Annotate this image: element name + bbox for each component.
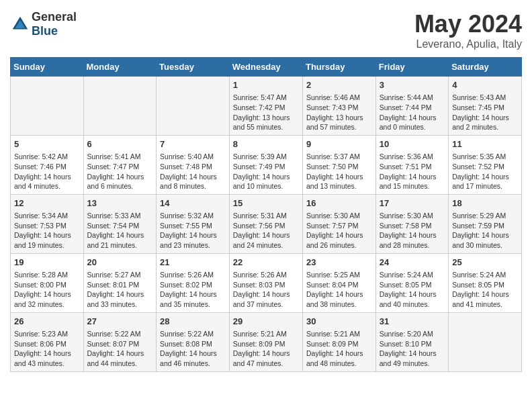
day-number: 13 <box>87 197 153 210</box>
day-number: 30 <box>306 316 372 328</box>
calendar-cell: 24Sunrise: 5:24 AM Sunset: 8:05 PM Dayli… <box>375 253 448 312</box>
calendar-header-cell: Monday <box>83 58 157 77</box>
calendar-cell <box>449 312 522 371</box>
calendar-cell: 3Sunrise: 5:44 AM Sunset: 7:44 PM Daylig… <box>375 77 448 136</box>
calendar-cell: 31Sunrise: 5:20 AM Sunset: 8:10 PM Dayli… <box>375 312 448 371</box>
calendar-cell: 26Sunrise: 5:23 AM Sunset: 8:06 PM Dayli… <box>11 312 84 371</box>
calendar-header-cell: Tuesday <box>157 58 230 77</box>
day-info: Sunrise: 5:41 AM Sunset: 7:47 PM Dayligh… <box>87 152 153 191</box>
day-info: Sunrise: 5:33 AM Sunset: 7:54 PM Dayligh… <box>87 211 153 250</box>
day-number: 26 <box>14 316 80 328</box>
main-title: May 2024 <box>414 10 522 38</box>
day-number: 14 <box>160 197 226 210</box>
calendar-week-row: 26Sunrise: 5:23 AM Sunset: 8:06 PM Dayli… <box>11 312 522 371</box>
day-number: 21 <box>160 257 226 269</box>
calendar-header-cell: Thursday <box>302 58 375 77</box>
day-number: 4 <box>452 79 518 91</box>
day-info: Sunrise: 5:24 AM Sunset: 8:05 PM Dayligh… <box>380 270 445 310</box>
day-info: Sunrise: 5:37 AM Sunset: 7:50 PM Dayligh… <box>306 152 372 191</box>
day-number: 7 <box>160 138 226 150</box>
logo-text-general: General <box>32 10 77 24</box>
calendar-cell: 1Sunrise: 5:47 AM Sunset: 7:42 PM Daylig… <box>229 77 302 136</box>
calendar-cell: 10Sunrise: 5:36 AM Sunset: 7:51 PM Dayli… <box>375 135 448 194</box>
calendar-cell <box>11 77 84 136</box>
day-info: Sunrise: 5:23 AM Sunset: 8:06 PM Dayligh… <box>14 329 80 369</box>
day-info: Sunrise: 5:24 AM Sunset: 8:05 PM Dayligh… <box>452 270 518 310</box>
calendar-cell: 20Sunrise: 5:27 AM Sunset: 8:01 PM Dayli… <box>83 253 157 312</box>
day-number: 19 <box>14 257 80 269</box>
day-info: Sunrise: 5:34 AM Sunset: 7:53 PM Dayligh… <box>14 211 80 250</box>
day-number: 2 <box>306 79 372 91</box>
day-number: 18 <box>452 197 518 210</box>
day-number: 3 <box>380 79 445 91</box>
logo-icon <box>10 14 30 34</box>
day-info: Sunrise: 5:32 AM Sunset: 7:55 PM Dayligh… <box>160 211 226 250</box>
day-info: Sunrise: 5:30 AM Sunset: 7:57 PM Dayligh… <box>306 211 372 250</box>
calendar-cell: 14Sunrise: 5:32 AM Sunset: 7:55 PM Dayli… <box>157 194 230 253</box>
calendar-cell: 27Sunrise: 5:22 AM Sunset: 8:07 PM Dayli… <box>83 312 157 371</box>
calendar-cell: 4Sunrise: 5:43 AM Sunset: 7:45 PM Daylig… <box>449 77 522 136</box>
calendar-body: 1Sunrise: 5:47 AM Sunset: 7:42 PM Daylig… <box>11 77 522 372</box>
calendar-cell: 18Sunrise: 5:29 AM Sunset: 7:59 PM Dayli… <box>449 194 522 253</box>
logo-text-blue: Blue <box>32 24 58 38</box>
day-info: Sunrise: 5:28 AM Sunset: 8:00 PM Dayligh… <box>14 270 80 310</box>
day-info: Sunrise: 5:29 AM Sunset: 7:59 PM Dayligh… <box>452 211 518 250</box>
day-info: Sunrise: 5:31 AM Sunset: 7:56 PM Dayligh… <box>233 211 299 250</box>
day-info: Sunrise: 5:25 AM Sunset: 8:04 PM Dayligh… <box>306 270 372 310</box>
calendar-cell <box>83 77 157 136</box>
day-number: 6 <box>87 138 153 150</box>
day-info: Sunrise: 5:22 AM Sunset: 8:08 PM Dayligh… <box>160 329 226 369</box>
day-info: Sunrise: 5:43 AM Sunset: 7:45 PM Dayligh… <box>452 93 518 132</box>
calendar-cell: 7Sunrise: 5:40 AM Sunset: 7:48 PM Daylig… <box>157 135 230 194</box>
day-info: Sunrise: 5:21 AM Sunset: 8:09 PM Dayligh… <box>306 329 372 369</box>
day-info: Sunrise: 5:20 AM Sunset: 8:10 PM Dayligh… <box>380 329 445 369</box>
calendar-cell: 23Sunrise: 5:25 AM Sunset: 8:04 PM Dayli… <box>302 253 375 312</box>
calendar-header-cell: Saturday <box>449 58 522 77</box>
day-info: Sunrise: 5:47 AM Sunset: 7:42 PM Dayligh… <box>233 93 299 132</box>
calendar-table: SundayMondayTuesdayWednesdayThursdayFrid… <box>10 57 522 372</box>
calendar-cell: 13Sunrise: 5:33 AM Sunset: 7:54 PM Dayli… <box>83 194 157 253</box>
calendar-header-cell: Sunday <box>11 58 84 77</box>
day-info: Sunrise: 5:46 AM Sunset: 7:43 PM Dayligh… <box>306 93 372 132</box>
calendar-cell: 2Sunrise: 5:46 AM Sunset: 7:43 PM Daylig… <box>302 77 375 136</box>
day-info: Sunrise: 5:44 AM Sunset: 7:44 PM Dayligh… <box>380 93 445 132</box>
day-number: 8 <box>233 138 299 150</box>
calendar-week-row: 5Sunrise: 5:42 AM Sunset: 7:46 PM Daylig… <box>11 135 522 194</box>
day-number: 9 <box>306 138 372 150</box>
calendar-header-row: SundayMondayTuesdayWednesdayThursdayFrid… <box>11 58 522 77</box>
day-number: 12 <box>14 197 80 210</box>
calendar-cell: 29Sunrise: 5:21 AM Sunset: 8:09 PM Dayli… <box>229 312 302 371</box>
day-number: 23 <box>306 257 372 269</box>
day-info: Sunrise: 5:36 AM Sunset: 7:51 PM Dayligh… <box>380 152 445 191</box>
calendar-cell: 12Sunrise: 5:34 AM Sunset: 7:53 PM Dayli… <box>11 194 84 253</box>
calendar-cell: 11Sunrise: 5:35 AM Sunset: 7:52 PM Dayli… <box>449 135 522 194</box>
day-info: Sunrise: 5:35 AM Sunset: 7:52 PM Dayligh… <box>452 152 518 191</box>
day-number: 16 <box>306 197 372 210</box>
title-block: May 2024 Leverano, Apulia, Italy <box>414 10 522 50</box>
day-info: Sunrise: 5:42 AM Sunset: 7:46 PM Dayligh… <box>14 152 80 191</box>
calendar-header-cell: Wednesday <box>229 58 302 77</box>
calendar-cell: 16Sunrise: 5:30 AM Sunset: 7:57 PM Dayli… <box>302 194 375 253</box>
calendar-cell: 6Sunrise: 5:41 AM Sunset: 7:47 PM Daylig… <box>83 135 157 194</box>
day-info: Sunrise: 5:26 AM Sunset: 8:03 PM Dayligh… <box>233 270 299 310</box>
page-header: General Blue May 2024 Leverano, Apulia, … <box>10 10 522 50</box>
calendar-cell: 21Sunrise: 5:26 AM Sunset: 8:02 PM Dayli… <box>157 253 230 312</box>
day-number: 25 <box>452 257 518 269</box>
day-number: 27 <box>87 316 153 328</box>
day-info: Sunrise: 5:26 AM Sunset: 8:02 PM Dayligh… <box>160 270 226 310</box>
day-number: 20 <box>87 257 153 269</box>
calendar-cell: 17Sunrise: 5:30 AM Sunset: 7:58 PM Dayli… <box>375 194 448 253</box>
day-number: 22 <box>233 257 299 269</box>
day-number: 5 <box>14 138 80 150</box>
calendar-cell: 5Sunrise: 5:42 AM Sunset: 7:46 PM Daylig… <box>11 135 84 194</box>
calendar-cell: 28Sunrise: 5:22 AM Sunset: 8:08 PM Dayli… <box>157 312 230 371</box>
day-number: 11 <box>452 138 518 150</box>
calendar-cell: 22Sunrise: 5:26 AM Sunset: 8:03 PM Dayli… <box>229 253 302 312</box>
day-number: 15 <box>233 197 299 210</box>
day-number: 17 <box>380 197 445 210</box>
day-info: Sunrise: 5:21 AM Sunset: 8:09 PM Dayligh… <box>233 329 299 369</box>
day-number: 31 <box>380 316 445 328</box>
logo: General Blue <box>10 10 77 38</box>
calendar-week-row: 1Sunrise: 5:47 AM Sunset: 7:42 PM Daylig… <box>11 77 522 136</box>
calendar-cell: 19Sunrise: 5:28 AM Sunset: 8:00 PM Dayli… <box>11 253 84 312</box>
